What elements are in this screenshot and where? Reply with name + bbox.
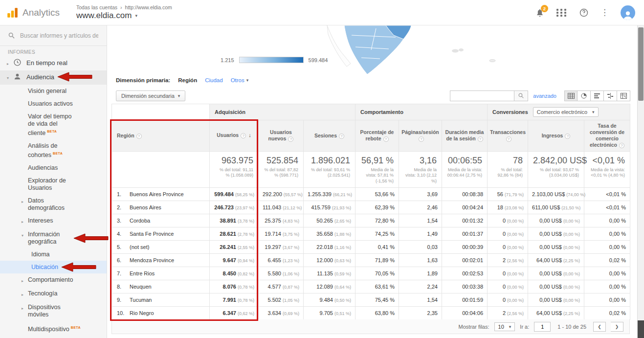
metric-cell: 35.658(1,88 %) — [304, 227, 355, 240]
help-icon[interactable]: ? — [506, 136, 511, 142]
secondary-dimension-button[interactable]: Dimensión secundaria ▾ — [116, 90, 185, 101]
metric-cell: 9.647(0,94 %) — [210, 253, 259, 267]
column-header-tasa-de-conversión-de-comercio-electrónico[interactable]: Tasa de conversión de comercio electróni… — [584, 120, 630, 152]
regions-table: Adquisición Comportamiento ConversionesC… — [111, 104, 630, 320]
help-button[interactable] — [579, 8, 589, 18]
advanced-link[interactable]: avanzado — [533, 93, 556, 99]
column-header-sesiones[interactable]: Sesiones? — [304, 120, 355, 152]
table-search-button[interactable] — [514, 90, 528, 101]
region-link[interactable]: Buenos Aires — [130, 204, 161, 210]
region-link[interactable]: Neuquen — [130, 284, 152, 290]
help-icon[interactable]: ? — [383, 136, 389, 142]
view-table-icon[interactable] — [564, 90, 577, 101]
breadcrumb[interactable]: Todas las cuentas › http://www.eldia.com — [76, 4, 172, 10]
sidebar-item-idioma[interactable]: Idioma — [0, 248, 107, 261]
sidebar-item-explorador-usuarios[interactable]: Explorador de Usuarios — [0, 174, 107, 194]
table-row: 9.Tucuman7.991(0,78 %)5.502(1,05 %)9.484… — [112, 293, 630, 306]
ecommerce-selector[interactable]: Comercio electrónico▾ — [533, 107, 599, 117]
avatar[interactable] — [621, 5, 635, 20]
help-icon[interactable]: ? — [136, 134, 142, 139]
app-header: Analytics Todas las cuentas › http://www… — [0, 0, 644, 25]
region-link[interactable]: Mendoza Province — [130, 257, 174, 263]
scrollbar-thumb[interactable] — [638, 27, 644, 101]
sidebar-item-intereses[interactable]: ▸Intereses — [0, 214, 107, 228]
sidebar-item-dispositivos-moviles[interactable]: ▸Dispositivos móviles — [0, 301, 107, 321]
metric-cell: 70,05 % — [355, 267, 399, 280]
column-header-duración-media-de-la-sesión[interactable]: Duración media de la sesión? — [442, 120, 488, 152]
breadcrumb-separator: › — [120, 4, 122, 10]
sidebar-item-usuarios-activos[interactable]: Usuarios activos — [0, 97, 107, 110]
metric-cell: 12.089(0,64 %) — [304, 280, 355, 293]
dimension-otros[interactable]: Otros ▾ — [231, 77, 249, 83]
more-menu-button[interactable]: ⋮ — [600, 8, 609, 17]
column-header-usuarios[interactable]: Usuarios?↓ — [210, 120, 259, 152]
view-percentage-icon[interactable] — [577, 90, 591, 101]
region-link[interactable]: Entre Rios — [130, 270, 155, 276]
vertical-scrollbar[interactable] — [637, 25, 644, 338]
help-icon[interactable]: ? — [619, 143, 624, 148]
region-link[interactable]: Santa Fe Province — [130, 231, 174, 237]
summary-metric: 3,16Media de la vista: 3,10 (2,12 %) — [399, 151, 442, 187]
sidebar-item-ubicacion[interactable]: Ubicación — [0, 261, 107, 273]
region-link[interactable]: Tucuman — [130, 297, 152, 303]
breadcrumb-property[interactable]: http://www.eldia.com — [125, 4, 172, 10]
column-header-ingresos[interactable]: Ingresos? — [528, 120, 584, 152]
sidebar-item-informacion-geografica[interactable]: ▾Información geográfica — [0, 228, 107, 248]
region-link[interactable]: Rio Negro — [130, 310, 154, 316]
metric-cell: 6.347(0,62 %) — [210, 306, 259, 319]
notifications-button[interactable]: 2 — [535, 8, 545, 18]
sidebar-item-personalizado[interactable]: ▸Personalizado — [0, 336, 107, 338]
sidebar-item-comportamiento[interactable]: ▸Comportamiento — [0, 273, 107, 287]
view-pivot-icon[interactable] — [617, 90, 630, 101]
column-header-páginas-sesión[interactable]: Páginas/sesión? — [399, 120, 442, 152]
next-page-button[interactable]: ❯ — [611, 322, 623, 332]
sidebar-search[interactable] — [0, 25, 107, 46]
account-name: www.eldia.com — [76, 11, 132, 21]
column-header-usuarios-nuevos[interactable]: Usuarios nuevos? — [259, 120, 304, 152]
view-comparison-icon[interactable] — [604, 90, 617, 101]
rows-per-page-select[interactable]: 10▾ — [494, 322, 515, 331]
region-link[interactable]: Cordoba — [130, 218, 150, 224]
summary-blank-cell — [112, 151, 210, 187]
pagination-range: 1 - 10 de 25 — [557, 324, 586, 330]
apps-grid-button[interactable] — [556, 9, 567, 17]
geo-map[interactable] — [298, 25, 508, 75]
dimension-ciudad[interactable]: Ciudad — [205, 77, 222, 83]
metric-cell: 3,69 — [399, 187, 442, 201]
sidebar-item-vision-general[interactable]: Visión general — [0, 85, 107, 97]
help-icon[interactable]: ? — [339, 134, 344, 139]
help-icon[interactable]: ? — [288, 136, 293, 142]
notification-badge: 2 — [541, 5, 548, 12]
region-link[interactable]: (not set) — [130, 244, 149, 250]
view-performance-icon[interactable] — [591, 90, 604, 101]
breadcrumb-accounts[interactable]: Todas las cuentas — [76, 4, 117, 10]
person-icon — [13, 72, 26, 82]
sidebar-item-audiencias[interactable]: Audiencias — [0, 161, 107, 174]
column-header-transacciones[interactable]: Transacciones? — [488, 120, 528, 152]
metric-cell: 8.450(0,82 %) — [210, 267, 259, 280]
metric-cell: 0,00 US$(0,00 %) — [528, 267, 584, 280]
prev-page-button[interactable]: ❮ — [593, 322, 606, 332]
help-icon[interactable]: ? — [241, 133, 246, 138]
table-search-input[interactable] — [450, 90, 514, 101]
sidebar-item-multidispositivo[interactable]: MultidispositivoBETA — [0, 321, 107, 336]
help-icon[interactable]: ? — [478, 136, 483, 142]
sidebar-item-tecnologia[interactable]: ▸Tecnología — [0, 287, 107, 301]
search-input[interactable] — [20, 32, 98, 39]
sidebar-item-audiencia[interactable]: ▾Audiencia — [0, 70, 107, 85]
dimension-region[interactable]: Región — [178, 77, 197, 83]
column-header-porcentaje-de-rebote[interactable]: Porcentaje de rebote? — [355, 120, 399, 152]
region-cell: 5.(not set) — [112, 240, 210, 253]
account-selector[interactable]: www.eldia.com ▾ — [76, 11, 172, 21]
column-header-region[interactable]: Región? — [112, 120, 210, 152]
help-icon[interactable]: ? — [419, 136, 424, 142]
sidebar-item-analisis-cohortes[interactable]: Análisis de cohortesBETA — [0, 139, 107, 161]
sidebar-item-en-tiempo-real[interactable]: ▸En tiempo real — [0, 56, 107, 70]
sidebar-item-valor-tiempo-vida[interactable]: Valor del tiempo de vida del clienteBETA — [0, 110, 107, 139]
region-link[interactable]: Buenos Aires Province — [130, 191, 184, 197]
metric-cell: 63,80 % — [355, 306, 399, 319]
metric-cell: 9.705(0,51 %) — [304, 306, 355, 319]
goto-page-input[interactable] — [534, 322, 551, 332]
sidebar-item-datos-demograficos[interactable]: ▸Datos demográficos — [0, 194, 107, 214]
help-icon[interactable]: ? — [565, 134, 570, 139]
